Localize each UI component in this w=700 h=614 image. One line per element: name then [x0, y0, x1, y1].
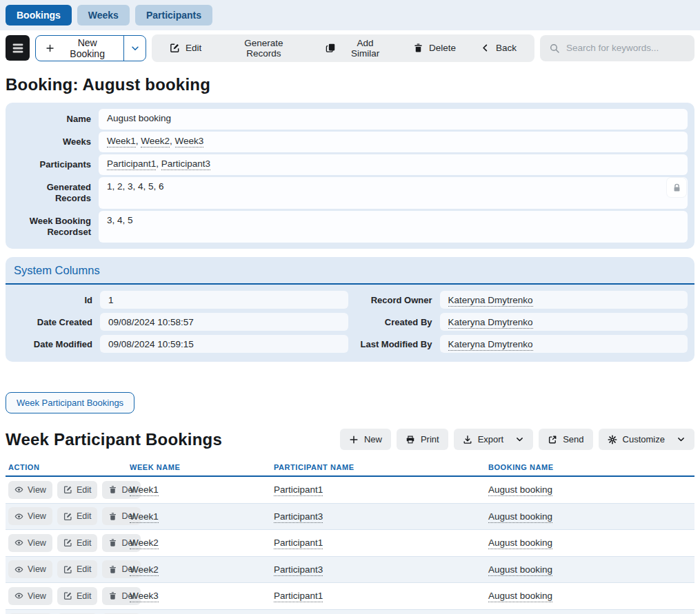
- customize-button[interactable]: Customize: [599, 429, 694, 450]
- nav-tab-participants[interactable]: Participants: [135, 5, 212, 25]
- new-booking-dropdown-button[interactable]: [124, 36, 146, 61]
- participant-link[interactable]: Participant3: [274, 564, 323, 576]
- field-label: Last Modified By: [352, 339, 432, 349]
- row-actions: View Edit Del: [6, 587, 130, 605]
- hamburger-icon: [10, 41, 26, 56]
- trash-icon: [108, 591, 117, 600]
- gear-icon: [608, 435, 617, 444]
- delete-button[interactable]: Delete: [413, 43, 456, 53]
- chevron-down-icon: [515, 435, 524, 444]
- eye-icon: [14, 485, 23, 494]
- column-header-week-name: WEEK NAME: [130, 463, 274, 471]
- row-actions: View Edit Del: [6, 481, 130, 499]
- week-link[interactable]: Week2: [130, 538, 159, 549]
- new-booking-label: New Booking: [61, 37, 114, 59]
- participant-link[interactable]: Participant3: [274, 511, 323, 523]
- edit-button[interactable]: Edit: [57, 587, 98, 605]
- sys-row-date-created: Date Created 09/08/2024 10:58:57: [12, 313, 348, 331]
- row-actions: View Edit Del: [6, 560, 130, 578]
- user-link[interactable]: Kateryna Dmytrenko: [448, 317, 533, 327]
- trash-icon: [108, 512, 117, 521]
- participant-link[interactable]: Participant1: [107, 158, 161, 170]
- detail-row-weeks: Weeks Week1Week2Week3: [12, 132, 688, 152]
- field-label: Name: [12, 109, 91, 130]
- date-created-value: 09/08/2024 10:58:57: [100, 313, 348, 331]
- edit-icon: [63, 538, 72, 547]
- participant-name-cell: Participant3: [274, 511, 488, 522]
- participant-name-cell: Participant1: [274, 484, 488, 495]
- field-label: Date Modified: [12, 339, 92, 349]
- field-label: Id: [12, 295, 92, 305]
- detail-row-participants: Participants Participant1Participant3: [12, 154, 688, 175]
- booking-name-cell: August booking: [488, 591, 694, 601]
- edit-button[interactable]: Edit: [57, 507, 98, 525]
- participant-link[interactable]: Participant1: [274, 591, 323, 602]
- delete-label: Delete: [429, 43, 456, 53]
- edit-button[interactable]: Edit: [170, 43, 201, 53]
- table-row: View Edit Del Week1 Participant3 August …: [6, 504, 694, 531]
- view-button[interactable]: View: [8, 587, 52, 605]
- table-row: View Edit Del Week2 Participant1 August …: [6, 530, 694, 557]
- nav-tab-bookings[interactable]: Bookings: [6, 5, 72, 25]
- field-label: Weeks: [12, 132, 91, 152]
- new-label: New: [364, 434, 382, 444]
- search-input[interactable]: [566, 43, 686, 53]
- view-button[interactable]: View: [8, 560, 52, 578]
- week-link[interactable]: Week1: [107, 136, 141, 147]
- print-button[interactable]: Print: [397, 429, 448, 450]
- participant-link[interactable]: Participant1: [274, 538, 323, 549]
- search-box: [540, 35, 694, 61]
- new-button[interactable]: New: [340, 429, 391, 450]
- field-label: Created By: [352, 317, 432, 327]
- week-link[interactable]: Week2: [141, 136, 174, 147]
- row-actions: View Edit Del: [6, 534, 130, 552]
- detail-row-generated-records: Generated Records 1, 2, 3, 4, 5, 6: [12, 177, 688, 209]
- edit-button[interactable]: Edit: [57, 560, 98, 578]
- edit-button[interactable]: Edit: [57, 534, 98, 552]
- view-button[interactable]: View: [8, 481, 52, 499]
- related-tab-bar: Week Participant Bookings: [6, 392, 694, 413]
- view-button[interactable]: View: [8, 507, 52, 525]
- field-value-participants: Participant1Participant3: [99, 154, 688, 175]
- field-label: Week Booking Recordset: [12, 211, 91, 243]
- edit-button[interactable]: Edit: [57, 481, 98, 499]
- send-button[interactable]: Send: [539, 429, 592, 450]
- participant-name-cell: Participant1: [274, 538, 488, 548]
- row-actions: View Edit Del: [6, 507, 130, 525]
- week-link[interactable]: Week1: [130, 511, 159, 523]
- booking-name-cell: August booking: [488, 564, 694, 575]
- view-button[interactable]: View: [8, 534, 52, 552]
- generate-records-button[interactable]: Generate Records: [226, 38, 301, 59]
- week-name-cell: Week3: [130, 591, 274, 601]
- new-booking-button[interactable]: New Booking: [36, 36, 124, 61]
- user-link[interactable]: Kateryna Dmytrenko: [448, 339, 533, 349]
- participant-link[interactable]: Participant1: [274, 484, 323, 496]
- week-link[interactable]: Week3: [130, 591, 159, 602]
- nav-tab-weeks[interactable]: Weeks: [77, 5, 130, 25]
- add-similar-button[interactable]: Add Similar: [326, 38, 389, 59]
- export-button[interactable]: Export: [454, 429, 534, 450]
- booking-link[interactable]: August booking: [488, 538, 552, 549]
- participant-link[interactable]: Participant3: [161, 158, 210, 170]
- table-row: View Edit Del Week3 Participant3 August …: [6, 610, 694, 614]
- edit-icon: [63, 512, 72, 521]
- booking-link[interactable]: August booking: [488, 564, 552, 576]
- week-link[interactable]: Week3: [175, 136, 204, 147]
- user-link[interactable]: Kateryna Dmytrenko: [448, 295, 533, 305]
- lock-icon: [672, 183, 682, 193]
- back-button[interactable]: Back: [480, 43, 517, 53]
- edit-icon: [63, 565, 72, 574]
- week-link[interactable]: Week2: [130, 564, 159, 576]
- table-row: View Edit Del Week2 Participant3 August …: [6, 557, 694, 584]
- week-link[interactable]: Week1: [130, 484, 159, 496]
- menu-button[interactable]: [6, 35, 30, 61]
- tab-week-participant-bookings[interactable]: Week Participant Bookings: [6, 392, 134, 413]
- booking-link[interactable]: August booking: [488, 511, 552, 523]
- back-label: Back: [496, 43, 517, 53]
- detail-row-name: Name August booking: [12, 109, 688, 130]
- copy-icon: [326, 43, 336, 53]
- booking-link[interactable]: August booking: [488, 484, 552, 496]
- booking-link[interactable]: August booking: [488, 591, 552, 602]
- generated-records-text: 1, 2, 3, 4, 5, 6: [107, 181, 164, 192]
- lock-badge: [667, 178, 686, 197]
